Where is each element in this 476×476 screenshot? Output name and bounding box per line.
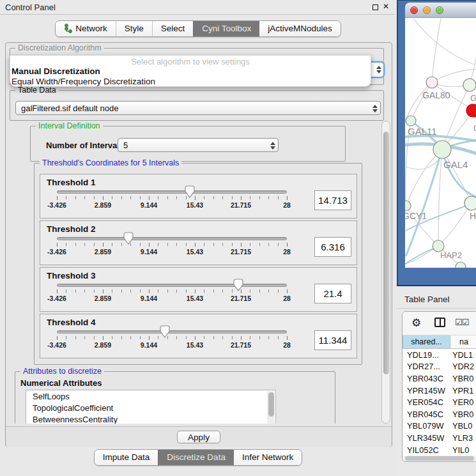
threshold-value-field[interactable]: 21.4 [314, 284, 351, 303]
apply-button[interactable]: Apply [177, 431, 220, 443]
table-row[interactable]: YBL079WYBL0 [403, 420, 476, 433]
gear-icon[interactable]: ⚙ [411, 316, 421, 330]
tick-mark [149, 336, 150, 340]
slider-thumb[interactable] [185, 185, 195, 198]
slider-track[interactable] [57, 284, 287, 287]
network-node[interactable] [466, 104, 476, 117]
columns-icon[interactable] [434, 318, 445, 327]
tick-mark [149, 196, 150, 200]
network-node[interactable] [406, 116, 416, 126]
tick-mark [66, 196, 66, 199]
tick-mark [167, 243, 168, 246]
table-row[interactable]: YBR043CYBR0 [403, 372, 476, 385]
shared-name-cell: YLR345W [403, 433, 450, 443]
minimize-traffic-light-icon[interactable] [423, 6, 431, 14]
network-edge[interactable] [473, 111, 476, 167]
tab-discretize-data[interactable]: Discretize Data [158, 450, 234, 465]
network-node[interactable] [433, 141, 451, 158]
tick-mark [103, 243, 104, 247]
tick-mark [195, 196, 196, 200]
tick-mark [195, 336, 196, 340]
slider-ticks [57, 289, 287, 293]
table-row[interactable]: YIL052CYIL0 [403, 444, 476, 456]
network-window-titlebar[interactable] [405, 3, 476, 18]
tab-impute-data[interactable]: Impute Data [95, 450, 158, 465]
threshold-slider[interactable]: -3.4262.8599.14415.4321.71528 [57, 174, 287, 219]
threshold-slider[interactable]: -3.4262.8599.14415.4321.71528 [57, 221, 287, 266]
slider-thumb[interactable] [123, 232, 134, 245]
network-edge[interactable] [432, 19, 441, 82]
slider-thumb[interactable] [160, 325, 170, 338]
tab-cyni-toolbox[interactable]: Cyni Toolbox [193, 21, 259, 36]
control-panel-tabs: NetworkStyleSelectCyni ToolboxjActiveMNo… [0, 20, 396, 37]
table-row[interactable]: YDR27...YDR2 [403, 361, 476, 373]
table-row[interactable]: YDL19...YDL1 [403, 349, 476, 361]
node-label: H [470, 211, 476, 221]
algorithm-option-manual[interactable]: Manual Discretization [10, 66, 371, 77]
tab-infer-network[interactable]: Infer Network [234, 450, 302, 465]
network-node[interactable] [426, 77, 438, 88]
threshold-value-field[interactable]: 14.713 [314, 190, 351, 210]
network-node[interactable] [463, 79, 476, 91]
attributes-scrollbar-thumb[interactable] [268, 392, 274, 417]
settings-scrollbar[interactable] [381, 121, 390, 424]
tick-mark [158, 289, 158, 293]
threshold-slider[interactable]: -3.4262.8599.14415.4321.71528 [57, 314, 287, 359]
tick-mark [222, 196, 223, 199]
shared-name-cell: YBR043C [403, 374, 450, 383]
network-edge[interactable] [470, 26, 476, 85]
slider-track[interactable] [57, 190, 287, 194]
network-node[interactable] [464, 196, 476, 210]
numerical-attributes-list[interactable]: SelfLoopsTopologicalCoefficientBetweenne… [26, 390, 276, 424]
tab-label: Discretize Data [167, 452, 226, 462]
algorithm-option-equal-width[interactable]: Equal Width/Frequency Discretization [10, 77, 371, 87]
attributes-scrollbar[interactable] [267, 391, 275, 424]
table-row[interactable]: YPR145WYPR1 [403, 385, 476, 397]
network-edge[interactable] [411, 82, 432, 120]
table-hscrollbar[interactable] [404, 456, 476, 461]
tab-network[interactable]: Network [56, 21, 116, 36]
tick-mark [140, 289, 141, 293]
close-icon[interactable]: ✕ [383, 2, 389, 11]
table-row[interactable]: YBR045CYBR0 [403, 408, 476, 420]
table-row[interactable]: YLR345WYLR3 [403, 432, 476, 444]
attribute-item[interactable]: BetweennessCentrality [26, 413, 275, 424]
name-cell: YPR1 [450, 386, 476, 395]
combo-arrows-icon [372, 104, 378, 114]
column-header-shared-name[interactable]: shared... [403, 335, 450, 348]
tab-jactivemnodules[interactable]: jActiveMNodules [259, 21, 341, 36]
table-panel-title: Table Panel [404, 295, 450, 304]
tick-mark [195, 243, 196, 247]
threshold-value-field[interactable]: 11.344 [314, 330, 351, 350]
slider-thumb[interactable] [233, 279, 243, 291]
tick-mark [121, 196, 122, 199]
tab-select[interactable]: Select [152, 21, 194, 36]
threshold-slider[interactable]: -3.4262.8599.14415.4321.71528 [57, 268, 287, 312]
attribute-item[interactable]: SelfLoops [26, 390, 275, 402]
tick-mark [112, 336, 112, 339]
tick-mark [241, 196, 242, 200]
network-edge[interactable] [413, 19, 474, 65]
network-edge[interactable] [407, 150, 442, 204]
axis-label: 9.144 [141, 201, 157, 209]
slider-track[interactable] [57, 237, 287, 240]
table-hscrollbar-thumb[interactable] [405, 456, 474, 461]
table-data-select[interactable]: galFiltered.sif default node [15, 101, 381, 115]
tick-mark [232, 336, 233, 339]
settings-scrollbar-thumb[interactable] [383, 132, 389, 374]
network-node[interactable] [405, 201, 411, 211]
table-row[interactable]: YER054CYER0 [403, 396, 476, 408]
network-canvas[interactable]: GAL80GACGAL11GAL4GCY1HHAP2 [405, 18, 476, 268]
attribute-item[interactable]: TopologicalCoefficient [26, 402, 275, 413]
select-columns-checkboxes-icon[interactable]: ☑☑ [455, 318, 468, 327]
number-of-intervals-select[interactable]: 5 [118, 138, 279, 152]
close-traffic-light-icon[interactable] [410, 6, 418, 14]
column-header-name[interactable]: na [450, 335, 476, 348]
threshold-value-field[interactable]: 6.316 [314, 237, 351, 257]
float-icon[interactable] [372, 4, 378, 10]
tab-style[interactable]: Style [116, 21, 152, 36]
node-label: GAL4 [443, 159, 468, 170]
axis-label: 9.144 [141, 341, 157, 349]
slider-track[interactable] [57, 330, 287, 334]
zoom-traffic-light-icon[interactable] [436, 6, 443, 14]
